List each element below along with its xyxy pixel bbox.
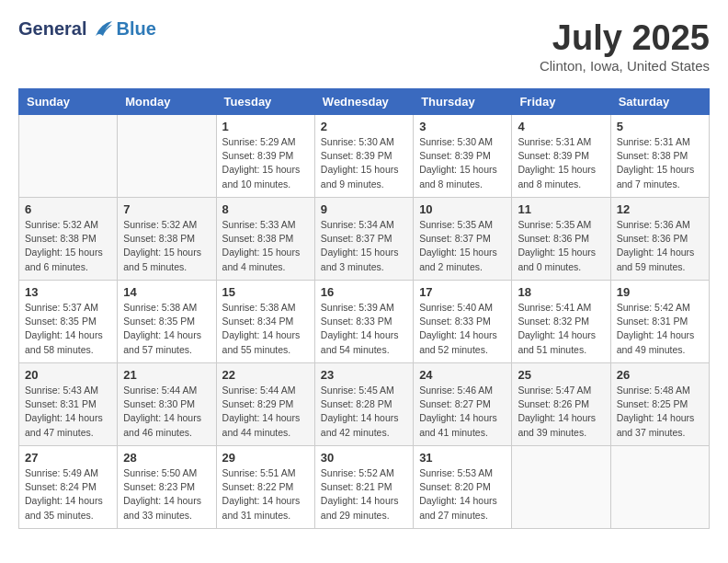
logo-general-text: General — [18, 18, 86, 40]
day-number: 23 — [321, 368, 407, 382]
calendar-day-cell: 10Sunrise: 5:35 AM Sunset: 8:37 PM Dayli… — [414, 198, 512, 281]
day-info: Sunrise: 5:38 AM Sunset: 8:35 PM Dayligh… — [123, 301, 210, 357]
day-number: 3 — [419, 120, 506, 133]
calendar-header-row: SundayMondayTuesdayWednesdayThursdayFrid… — [19, 89, 710, 115]
calendar-day-header: Wednesday — [314, 89, 413, 115]
day-number: 14 — [123, 285, 210, 299]
calendar-day-cell: 8Sunrise: 5:33 AM Sunset: 8:38 PM Daylig… — [216, 198, 314, 281]
calendar-day-cell: 5Sunrise: 5:31 AM Sunset: 8:38 PM Daylig… — [610, 115, 709, 198]
calendar-day-cell — [610, 446, 709, 529]
calendar-day-cell: 4Sunrise: 5:31 AM Sunset: 8:39 PM Daylig… — [512, 115, 610, 198]
calendar-day-cell: 14Sunrise: 5:38 AM Sunset: 8:35 PM Dayli… — [118, 281, 216, 363]
day-info: Sunrise: 5:37 AM Sunset: 8:35 PM Dayligh… — [25, 301, 111, 357]
calendar-day-cell: 7Sunrise: 5:32 AM Sunset: 8:38 PM Daylig… — [118, 198, 216, 281]
calendar-week-row: 13Sunrise: 5:37 AM Sunset: 8:35 PM Dayli… — [19, 281, 710, 363]
calendar-day-cell: 13Sunrise: 5:37 AM Sunset: 8:35 PM Dayli… — [19, 281, 118, 363]
day-number: 15 — [222, 285, 309, 299]
page-header: General Blue July 2025 Clinton, Iowa, Un… — [18, 18, 710, 74]
day-info: Sunrise: 5:46 AM Sunset: 8:27 PM Dayligh… — [419, 384, 506, 440]
day-number: 13 — [25, 285, 111, 299]
day-info: Sunrise: 5:43 AM Sunset: 8:31 PM Dayligh… — [25, 384, 111, 440]
day-number: 6 — [25, 202, 111, 216]
day-info: Sunrise: 5:34 AM Sunset: 8:37 PM Dayligh… — [321, 218, 407, 274]
calendar-day-cell: 2Sunrise: 5:30 AM Sunset: 8:39 PM Daylig… — [314, 115, 413, 198]
day-info: Sunrise: 5:44 AM Sunset: 8:29 PM Dayligh… — [222, 384, 309, 440]
day-info: Sunrise: 5:53 AM Sunset: 8:20 PM Dayligh… — [419, 466, 506, 523]
day-info: Sunrise: 5:44 AM Sunset: 8:30 PM Dayligh… — [123, 384, 210, 440]
calendar-day-cell: 12Sunrise: 5:36 AM Sunset: 8:36 PM Dayli… — [610, 198, 709, 281]
day-number: 18 — [518, 285, 604, 299]
calendar-day-header: Saturday — [610, 89, 709, 115]
day-info: Sunrise: 5:32 AM Sunset: 8:38 PM Dayligh… — [123, 218, 210, 274]
calendar-week-row: 1Sunrise: 5:29 AM Sunset: 8:39 PM Daylig… — [19, 115, 710, 198]
day-number: 26 — [617, 368, 703, 382]
logo-bird-icon — [88, 19, 114, 40]
calendar-day-cell: 6Sunrise: 5:32 AM Sunset: 8:38 PM Daylig… — [19, 198, 118, 281]
day-number: 5 — [617, 120, 703, 133]
day-number: 10 — [419, 202, 506, 216]
day-number: 1 — [222, 120, 309, 133]
day-number: 4 — [518, 120, 604, 133]
day-info: Sunrise: 5:47 AM Sunset: 8:26 PM Dayligh… — [518, 384, 604, 440]
calendar-day-cell — [19, 115, 118, 198]
calendar-day-cell: 21Sunrise: 5:44 AM Sunset: 8:30 PM Dayli… — [118, 363, 216, 446]
day-info: Sunrise: 5:32 AM Sunset: 8:38 PM Dayligh… — [25, 218, 111, 274]
logo: General Blue — [18, 18, 156, 40]
calendar-day-header: Monday — [118, 89, 216, 115]
day-info: Sunrise: 5:52 AM Sunset: 8:21 PM Dayligh… — [321, 466, 407, 523]
calendar-day-cell: 9Sunrise: 5:34 AM Sunset: 8:37 PM Daylig… — [314, 198, 413, 281]
calendar-day-cell: 15Sunrise: 5:38 AM Sunset: 8:34 PM Dayli… — [216, 281, 314, 363]
calendar-day-cell: 18Sunrise: 5:41 AM Sunset: 8:32 PM Dayli… — [512, 281, 610, 363]
calendar-day-cell — [118, 115, 216, 198]
calendar-day-cell — [512, 446, 610, 529]
day-number: 9 — [321, 202, 407, 216]
calendar-table: SundayMondayTuesdayWednesdayThursdayFrid… — [18, 88, 710, 529]
day-info: Sunrise: 5:31 AM Sunset: 8:39 PM Dayligh… — [518, 135, 604, 191]
day-info: Sunrise: 5:50 AM Sunset: 8:23 PM Dayligh… — [123, 466, 210, 523]
logo-blue-text: Blue — [116, 18, 155, 40]
calendar-day-cell: 24Sunrise: 5:46 AM Sunset: 8:27 PM Dayli… — [414, 363, 512, 446]
day-number: 2 — [321, 120, 407, 133]
title-section: July 2025 Clinton, Iowa, United States — [540, 18, 710, 74]
calendar-day-cell: 11Sunrise: 5:35 AM Sunset: 8:36 PM Dayli… — [512, 198, 610, 281]
day-info: Sunrise: 5:49 AM Sunset: 8:24 PM Dayligh… — [25, 466, 111, 523]
location: Clinton, Iowa, United States — [540, 58, 710, 74]
calendar-week-row: 27Sunrise: 5:49 AM Sunset: 8:24 PM Dayli… — [19, 446, 710, 529]
day-number: 12 — [617, 202, 703, 216]
calendar-week-row: 20Sunrise: 5:43 AM Sunset: 8:31 PM Dayli… — [19, 363, 710, 446]
calendar-day-cell: 16Sunrise: 5:39 AM Sunset: 8:33 PM Dayli… — [314, 281, 413, 363]
day-number: 16 — [321, 285, 407, 299]
calendar-day-cell: 27Sunrise: 5:49 AM Sunset: 8:24 PM Dayli… — [19, 446, 118, 529]
calendar-week-row: 6Sunrise: 5:32 AM Sunset: 8:38 PM Daylig… — [19, 198, 710, 281]
day-number: 17 — [419, 285, 506, 299]
calendar-day-cell: 17Sunrise: 5:40 AM Sunset: 8:33 PM Dayli… — [414, 281, 512, 363]
day-number: 31 — [419, 451, 506, 465]
day-info: Sunrise: 5:51 AM Sunset: 8:22 PM Dayligh… — [222, 466, 309, 523]
day-info: Sunrise: 5:31 AM Sunset: 8:38 PM Dayligh… — [617, 135, 703, 191]
calendar-day-cell: 1Sunrise: 5:29 AM Sunset: 8:39 PM Daylig… — [216, 115, 314, 198]
day-info: Sunrise: 5:40 AM Sunset: 8:33 PM Dayligh… — [419, 301, 506, 357]
calendar-day-header: Friday — [512, 89, 610, 115]
day-info: Sunrise: 5:39 AM Sunset: 8:33 PM Dayligh… — [321, 301, 407, 357]
calendar-day-cell: 20Sunrise: 5:43 AM Sunset: 8:31 PM Dayli… — [19, 363, 118, 446]
day-info: Sunrise: 5:48 AM Sunset: 8:25 PM Dayligh… — [617, 384, 703, 440]
day-number: 21 — [123, 368, 210, 382]
day-number: 29 — [222, 451, 309, 465]
day-info: Sunrise: 5:33 AM Sunset: 8:38 PM Dayligh… — [222, 218, 309, 274]
day-info: Sunrise: 5:29 AM Sunset: 8:39 PM Dayligh… — [222, 135, 309, 191]
day-info: Sunrise: 5:35 AM Sunset: 8:37 PM Dayligh… — [419, 218, 506, 274]
day-info: Sunrise: 5:42 AM Sunset: 8:31 PM Dayligh… — [617, 301, 703, 357]
calendar-day-cell: 22Sunrise: 5:44 AM Sunset: 8:29 PM Dayli… — [216, 363, 314, 446]
day-number: 20 — [25, 368, 111, 382]
day-info: Sunrise: 5:38 AM Sunset: 8:34 PM Dayligh… — [222, 301, 309, 357]
day-info: Sunrise: 5:30 AM Sunset: 8:39 PM Dayligh… — [321, 135, 407, 191]
day-number: 28 — [123, 451, 210, 465]
day-number: 11 — [518, 202, 604, 216]
calendar-day-cell: 23Sunrise: 5:45 AM Sunset: 8:28 PM Dayli… — [314, 363, 413, 446]
day-info: Sunrise: 5:30 AM Sunset: 8:39 PM Dayligh… — [419, 135, 506, 191]
day-number: 22 — [222, 368, 309, 382]
day-info: Sunrise: 5:35 AM Sunset: 8:36 PM Dayligh… — [518, 218, 604, 274]
calendar-day-header: Thursday — [414, 89, 512, 115]
day-number: 8 — [222, 202, 309, 216]
calendar-day-cell: 19Sunrise: 5:42 AM Sunset: 8:31 PM Dayli… — [610, 281, 709, 363]
